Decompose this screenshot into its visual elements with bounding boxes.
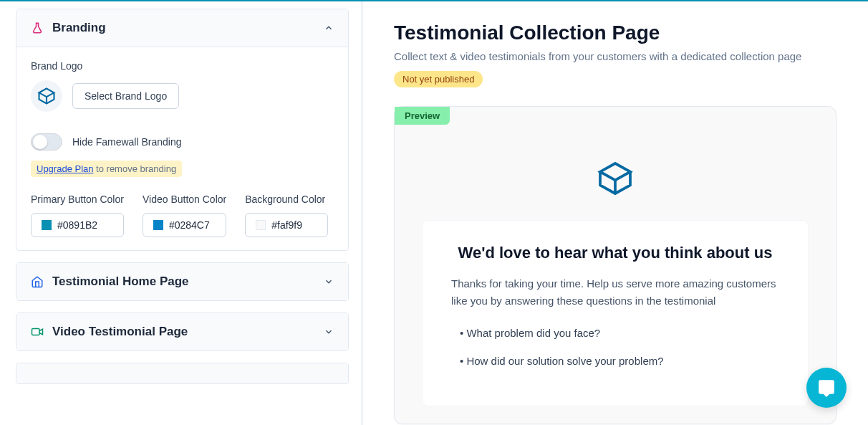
- preview-logo: [595, 158, 635, 199]
- next-section-header[interactable]: [16, 363, 348, 384]
- hide-branding-label: Hide Famewall Branding: [72, 136, 182, 148]
- toggle-thumb: [33, 135, 47, 149]
- video-color-label: Video Button Color: [143, 193, 226, 206]
- preview-questions: • What problem did you face? • How did o…: [451, 327, 779, 367]
- upgrade-tag: Upgrade Plan to remove branding: [31, 161, 182, 177]
- box-icon: [37, 86, 57, 106]
- video-testimonial-header[interactable]: Video Testimonial Page: [16, 313, 348, 350]
- primary-color-input[interactable]: #0891B2: [31, 213, 124, 237]
- testimonial-home-section: Testimonial Home Page: [16, 262, 349, 301]
- chevron-down-icon: [324, 327, 334, 337]
- branding-body: Brand Logo Select Brand Logo Hide Famewa…: [16, 47, 348, 250]
- preview-description: Thanks for taking your time. Help us ser…: [451, 275, 779, 310]
- page-title: Testimonial Collection Page: [394, 22, 836, 44]
- section-icon: [31, 378, 44, 384]
- svg-rect-0: [32, 329, 40, 335]
- primary-color-value: #0891B2: [57, 219, 97, 231]
- video-color-swatch: [153, 220, 163, 230]
- brand-logo-label: Brand Logo: [31, 60, 334, 72]
- chevron-up-icon: [324, 23, 334, 33]
- preview-panel: Testimonial Collection Page Collect text…: [362, 1, 868, 425]
- flask-icon: [31, 22, 44, 34]
- preview-heading: We'd love to hear what you think about u…: [451, 244, 779, 262]
- video-color-value: #0284C7: [169, 219, 210, 231]
- background-color-label: Background Color: [245, 193, 328, 206]
- chat-fab[interactable]: [806, 368, 847, 408]
- branding-section: Branding Brand Logo Select Brand Logo: [16, 9, 349, 251]
- video-color-input[interactable]: #0284C7: [143, 213, 226, 237]
- primary-color-label: Primary Button Color: [31, 193, 124, 206]
- background-color-input[interactable]: #faf9f9: [245, 213, 328, 237]
- upgrade-plan-link[interactable]: Upgrade Plan: [37, 163, 94, 174]
- box-icon: [595, 158, 635, 199]
- chat-icon: [817, 378, 836, 397]
- branding-title: Branding: [52, 21, 106, 35]
- settings-panel: Branding Brand Logo Select Brand Logo: [0, 1, 362, 425]
- testimonial-home-header[interactable]: Testimonial Home Page: [16, 263, 348, 300]
- brand-logo-preview: [31, 80, 62, 112]
- preview-question: • What problem did you face?: [460, 327, 779, 339]
- preview-question: • How did our solution solve your proble…: [460, 355, 779, 367]
- upgrade-rest-text: to remove branding: [94, 163, 177, 174]
- background-color-swatch: [256, 220, 266, 230]
- home-icon: [31, 275, 44, 288]
- hide-branding-toggle[interactable]: [31, 133, 62, 151]
- next-section-peek: [16, 363, 349, 384]
- video-testimonial-title: Video Testimonial Page: [52, 325, 188, 339]
- video-testimonial-section: Video Testimonial Page: [16, 312, 349, 351]
- primary-color-swatch: [42, 220, 52, 230]
- status-badge: Not yet published: [394, 71, 483, 87]
- preview-content: We'd love to hear what you think about u…: [422, 220, 809, 406]
- background-color-value: #faf9f9: [271, 219, 302, 231]
- select-brand-logo-button[interactable]: Select Brand Logo: [72, 83, 179, 109]
- page-subtitle: Collect text & video testimonials from y…: [394, 50, 836, 62]
- preview-card: Preview We'd love to hear what you think…: [394, 106, 836, 424]
- video-icon: [31, 325, 44, 338]
- testimonial-home-title: Testimonial Home Page: [52, 274, 189, 289]
- chevron-down-icon: [324, 277, 334, 287]
- preview-badge: Preview: [395, 107, 450, 125]
- branding-header[interactable]: Branding: [16, 9, 348, 47]
